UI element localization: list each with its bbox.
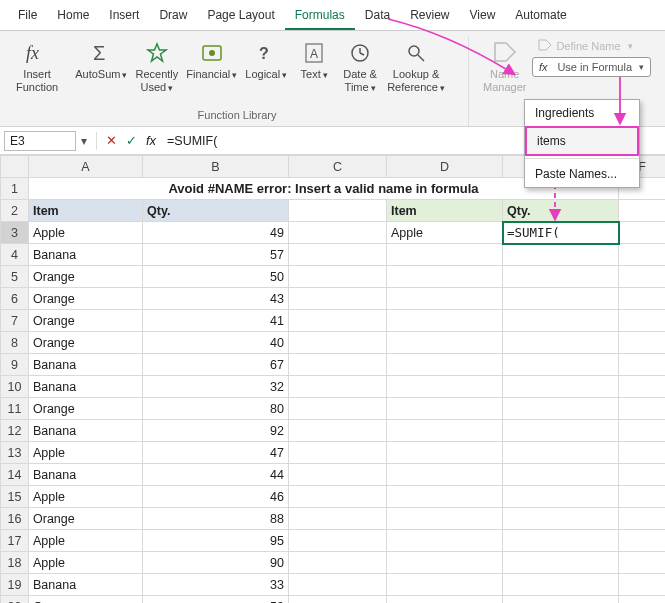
col-header-b[interactable]: B — [143, 156, 289, 178]
row-header[interactable]: 14 — [1, 464, 29, 486]
cell[interactable] — [387, 354, 503, 376]
cell[interactable] — [387, 398, 503, 420]
cell[interactable] — [289, 376, 387, 398]
cell[interactable]: Banana — [29, 376, 143, 398]
cell[interactable]: 41 — [143, 310, 289, 332]
cell[interactable]: 50 — [143, 266, 289, 288]
row-header[interactable]: 3 — [1, 222, 29, 244]
cell[interactable] — [289, 266, 387, 288]
cell[interactable]: 92 — [143, 420, 289, 442]
cell[interactable]: Apple — [29, 486, 143, 508]
tab-insert[interactable]: Insert — [99, 4, 149, 30]
cell[interactable] — [289, 486, 387, 508]
cell[interactable] — [503, 486, 619, 508]
cell[interactable] — [387, 332, 503, 354]
select-all-corner[interactable] — [1, 156, 29, 178]
cell[interactable] — [387, 310, 503, 332]
cell[interactable] — [387, 552, 503, 574]
cell[interactable] — [503, 574, 619, 596]
cell[interactable]: Item — [29, 200, 143, 222]
cell[interactable] — [503, 530, 619, 552]
cell[interactable] — [387, 288, 503, 310]
autosum-button[interactable]: Σ AutoSum — [71, 37, 131, 83]
cell[interactable] — [289, 464, 387, 486]
cell[interactable] — [619, 420, 666, 442]
row-header[interactable]: 10 — [1, 376, 29, 398]
cell[interactable] — [503, 442, 619, 464]
cell[interactable]: 32 — [143, 376, 289, 398]
cell[interactable]: Orange — [29, 596, 143, 604]
cell[interactable] — [387, 244, 503, 266]
cell[interactable]: Orange — [29, 508, 143, 530]
cell[interactable]: 46 — [143, 486, 289, 508]
cell[interactable]: Apple — [29, 552, 143, 574]
cell[interactable] — [503, 354, 619, 376]
cell[interactable]: Apple — [29, 530, 143, 552]
cell[interactable]: Banana — [29, 464, 143, 486]
cell[interactable]: Banana — [29, 574, 143, 596]
cell[interactable]: Orange — [29, 332, 143, 354]
cell[interactable] — [387, 420, 503, 442]
row-header[interactable]: 11 — [1, 398, 29, 420]
cell[interactable] — [619, 464, 666, 486]
cell[interactable]: 40 — [143, 332, 289, 354]
row-header[interactable]: 2 — [1, 200, 29, 222]
cell[interactable]: Orange — [29, 288, 143, 310]
cell[interactable] — [503, 508, 619, 530]
cell[interactable] — [619, 354, 666, 376]
lookup-reference-button[interactable]: Lookup & Reference — [383, 37, 449, 95]
cell[interactable]: 43 — [143, 288, 289, 310]
cell[interactable] — [387, 442, 503, 464]
cell[interactable] — [289, 332, 387, 354]
recently-used-button[interactable]: Recently Used — [131, 37, 182, 95]
row-header[interactable]: 7 — [1, 310, 29, 332]
row-header[interactable]: 16 — [1, 508, 29, 530]
cell[interactable] — [289, 222, 387, 244]
worksheet-grid[interactable]: A B C D E F 1 Avoid #NAME error: Insert … — [0, 155, 665, 603]
cell[interactable]: 47 — [143, 442, 289, 464]
row-header[interactable]: 5 — [1, 266, 29, 288]
text-button[interactable]: A Text — [291, 37, 337, 83]
cell[interactable] — [387, 486, 503, 508]
cell[interactable]: Item — [387, 200, 503, 222]
cell[interactable] — [619, 486, 666, 508]
active-cell[interactable]: =SUMIF( — [503, 222, 619, 244]
tab-automate[interactable]: Automate — [505, 4, 576, 30]
name-box-dropdown[interactable]: ▾ — [76, 134, 92, 148]
row-header[interactable]: 1 — [1, 178, 29, 200]
cell[interactable] — [503, 552, 619, 574]
tab-home[interactable]: Home — [47, 4, 99, 30]
cell[interactable] — [619, 508, 666, 530]
cell[interactable]: 33 — [143, 574, 289, 596]
cell[interactable] — [289, 354, 387, 376]
cell[interactable] — [619, 376, 666, 398]
row-header[interactable]: 6 — [1, 288, 29, 310]
cell[interactable] — [289, 442, 387, 464]
menu-item-paste-names[interactable]: Paste Names... — [525, 161, 639, 187]
row-header[interactable]: 20 — [1, 596, 29, 604]
menu-item-items[interactable]: items — [525, 126, 639, 156]
name-box[interactable]: E3 — [4, 131, 76, 151]
row-header[interactable]: 15 — [1, 486, 29, 508]
tab-data[interactable]: Data — [355, 4, 400, 30]
cell[interactable]: Qty. — [503, 200, 619, 222]
row-header[interactable]: 17 — [1, 530, 29, 552]
cell[interactable] — [387, 464, 503, 486]
cell[interactable]: 59 — [143, 596, 289, 604]
cell[interactable]: 80 — [143, 398, 289, 420]
cell[interactable] — [289, 508, 387, 530]
cell[interactable] — [503, 398, 619, 420]
cell[interactable] — [387, 376, 503, 398]
cell[interactable] — [619, 574, 666, 596]
col-header-a[interactable]: A — [29, 156, 143, 178]
cell[interactable]: Orange — [29, 398, 143, 420]
cell[interactable] — [289, 288, 387, 310]
date-time-button[interactable]: Date & Time — [337, 37, 383, 95]
cell[interactable] — [503, 244, 619, 266]
row-header[interactable]: 13 — [1, 442, 29, 464]
cell[interactable] — [503, 266, 619, 288]
cell[interactable]: Apple — [29, 442, 143, 464]
use-in-formula-button[interactable]: fx Use in Formula▾ — [532, 57, 651, 77]
cell[interactable] — [619, 552, 666, 574]
cell[interactable]: 88 — [143, 508, 289, 530]
